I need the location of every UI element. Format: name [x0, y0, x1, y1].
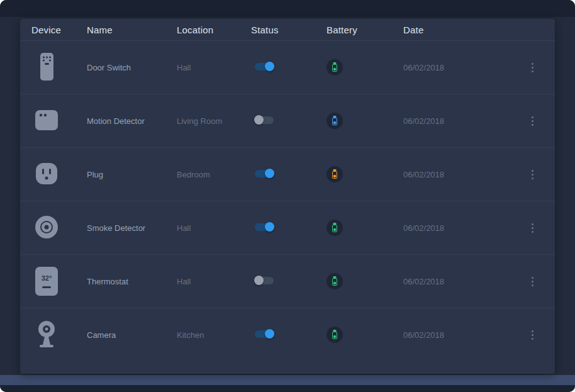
device-date: 06/02/2018 — [403, 170, 518, 179]
row-menu-button[interactable] — [528, 167, 537, 182]
battery-indicator — [327, 113, 343, 129]
table-row: Camera Kitchen 06/02/2018 — [20, 308, 555, 361]
device-name: Door Switch — [87, 63, 177, 72]
device-date: 06/02/2018 — [403, 63, 518, 72]
table-row: Smoke Detector Hall 06/02/2018 — [20, 201, 555, 254]
kebab-icon — [532, 223, 533, 233]
device-location: Hall — [177, 63, 251, 72]
battery-icon — [332, 278, 337, 286]
battery-indicator — [327, 220, 343, 236]
toggle-knob — [265, 222, 274, 232]
table-row: 32° Thermostat Hall 06/02/2018 — [20, 254, 555, 308]
toggle-knob — [254, 115, 264, 125]
device-name: Motion Detector — [87, 116, 177, 126]
status-toggle[interactable] — [255, 330, 274, 338]
app-screen: Device Name Location Status Battery Date… — [0, 0, 575, 392]
camera-icon — [31, 319, 62, 349]
column-header-location: Location — [177, 25, 251, 35]
device-location: Living Room — [177, 116, 251, 126]
column-header-device: Device — [31, 25, 87, 35]
column-header-status: Status — [251, 25, 327, 35]
bottom-accent-strip — [0, 375, 575, 385]
status-toggle[interactable] — [255, 116, 274, 124]
devices-table-card: Device Name Location Status Battery Date… — [20, 19, 555, 374]
battery-icon — [332, 332, 337, 339]
bottom-bar — [0, 385, 575, 392]
device-name: Camera — [87, 330, 177, 340]
kebab-icon — [532, 330, 533, 340]
device-location: Kitchen — [177, 330, 251, 340]
battery-indicator — [327, 59, 343, 76]
device-date: 06/02/2018 — [403, 330, 518, 340]
row-menu-button[interactable] — [528, 327, 537, 343]
row-menu-button[interactable] — [528, 220, 537, 236]
status-toggle[interactable] — [255, 170, 274, 177]
thermostat-icon: 32° — [31, 266, 62, 296]
column-header-name: Name — [87, 25, 177, 35]
top-bar — [0, 0, 575, 17]
row-menu-button[interactable] — [528, 274, 537, 289]
smoke-detector-icon — [31, 212, 62, 242]
device-date: 06/02/2018 — [403, 223, 518, 233]
row-menu-button[interactable] — [528, 113, 537, 129]
column-header-battery: Battery — [327, 25, 403, 35]
table-row: Door Switch Hall 06/02/2018 — [20, 40, 555, 94]
battery-indicator — [327, 166, 343, 182]
device-date: 06/02/2018 — [403, 277, 518, 286]
device-name: Plug — [87, 170, 177, 179]
table-row: Motion Detector Living Room 06/02/2018 — [20, 94, 555, 147]
toggle-knob — [265, 62, 274, 71]
column-header-date: Date — [403, 25, 518, 35]
plug-icon — [31, 159, 62, 189]
motion-detector-icon — [31, 105, 62, 135]
device-location: Bedroom — [177, 170, 251, 179]
kebab-icon — [532, 277, 533, 286]
battery-indicator — [327, 273, 343, 289]
toggle-knob — [254, 276, 264, 285]
door-switch-icon — [31, 52, 62, 82]
status-toggle[interactable] — [255, 223, 274, 231]
toggle-knob — [265, 329, 274, 339]
device-location: Hall — [177, 277, 251, 286]
battery-icon — [332, 118, 337, 125]
device-date: 06/02/2018 — [403, 116, 518, 126]
battery-indicator — [327, 327, 343, 343]
kebab-icon — [532, 170, 533, 179]
kebab-icon — [532, 63, 533, 72]
status-toggle[interactable] — [255, 63, 274, 70]
battery-icon — [332, 171, 337, 179]
device-table-body: Door Switch Hall 06/02/2018 Motion Detec… — [20, 40, 555, 361]
battery-icon — [332, 64, 337, 72]
table-header: Device Name Location Status Battery Date — [20, 19, 555, 40]
row-menu-button[interactable] — [528, 60, 537, 76]
device-name: Smoke Detector — [87, 223, 177, 233]
device-name: Thermostat — [87, 277, 177, 286]
device-location: Hall — [177, 223, 251, 233]
toggle-knob — [265, 169, 274, 178]
kebab-icon — [532, 116, 533, 126]
battery-icon — [332, 225, 337, 232]
status-toggle[interactable] — [255, 277, 274, 284]
table-row: Plug Bedroom 06/02/2018 — [20, 147, 555, 201]
